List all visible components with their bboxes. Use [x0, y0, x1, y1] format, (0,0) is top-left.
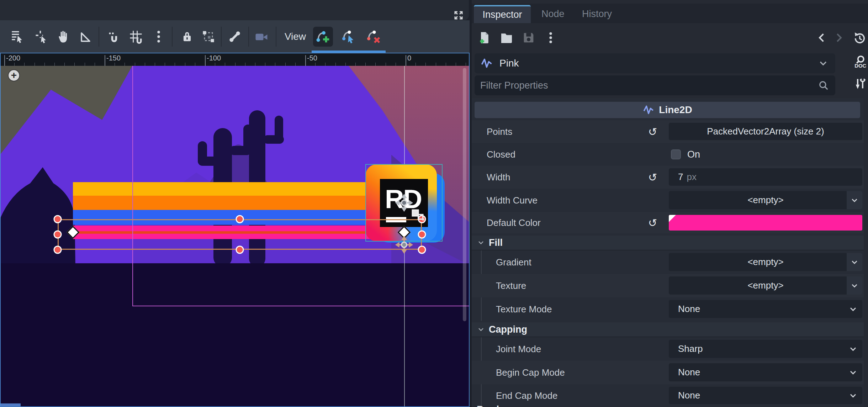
- section-header-border-clipped[interactable]: Border: [477, 404, 583, 407]
- chevron-down-icon: [850, 258, 859, 267]
- property-row-end-cap-mode: End Cap Mode None: [472, 384, 864, 407]
- svg-text:DOC: DOC: [854, 63, 866, 69]
- texture-value: <empty>: [747, 280, 783, 291]
- line2d-yellow[interactable]: [73, 182, 366, 196]
- viewport-vertical-scrollbar[interactable]: [463, 68, 466, 321]
- end-cap-mode-dropdown[interactable]: None: [669, 387, 862, 404]
- skeleton-bone-button[interactable]: [225, 27, 245, 47]
- line2d-class-icon: [642, 104, 655, 116]
- tab-history[interactable]: History: [582, 5, 612, 23]
- grid-snap-button[interactable]: [126, 27, 146, 47]
- manage-tools-icon[interactable]: [852, 76, 868, 92]
- default-color-swatch[interactable]: [669, 215, 862, 231]
- selected-node-name: Pink: [499, 58, 519, 69]
- ruler-minor-tick: [335, 63, 336, 66]
- ruler-minor-tick: [265, 63, 265, 66]
- chevron-down-icon: [848, 344, 858, 354]
- ruler-minor-tick: [135, 63, 135, 66]
- ruler-minor-tick: [195, 63, 195, 66]
- inspector-panel: Inspector Node History: [472, 0, 868, 407]
- open-documentation-icon[interactable]: DOC: [852, 54, 868, 70]
- selection-handle[interactable]: [236, 215, 244, 223]
- points-value-button[interactable]: PackedVector2Array (size 2): [669, 123, 862, 140]
- selection-handle[interactable]: [418, 246, 426, 254]
- camera-override-button[interactable]: [252, 27, 271, 47]
- horizontal-ruler[interactable]: -200-150-100-500: [0, 54, 470, 66]
- snap-options-menu-button[interactable]: [149, 27, 169, 47]
- inspector-extra-menu-button[interactable]: [542, 29, 559, 46]
- joint-mode-dropdown[interactable]: Sharp: [669, 340, 862, 358]
- texture-mode-dropdown[interactable]: None: [669, 300, 862, 318]
- new-resource-button[interactable]: [476, 29, 493, 46]
- selection-handle[interactable]: [54, 246, 62, 254]
- delete-point-tool-button[interactable]: [364, 27, 383, 47]
- move-mode-button[interactable]: [32, 27, 52, 47]
- tab-node[interactable]: Node: [541, 5, 565, 23]
- viewport-toolbar: View: [0, 20, 470, 53]
- line2d-orange[interactable]: [73, 196, 366, 210]
- closed-checkbox[interactable]: [671, 149, 681, 159]
- revert-icon[interactable]: ↺: [648, 217, 657, 229]
- gradient-resource-picker[interactable]: <empty>: [669, 253, 862, 271]
- resource-dropdown-button[interactable]: [847, 253, 862, 271]
- position-gizmo[interactable]: [395, 236, 413, 254]
- filter-properties-input[interactable]: Filter Properties: [475, 75, 835, 95]
- ruler-minor-tick: [325, 63, 326, 66]
- property-label: Texture: [496, 280, 526, 291]
- resource-dropdown-button[interactable]: [847, 276, 862, 295]
- expand-viewport-icon[interactable]: [452, 10, 465, 21]
- viewport-2d[interactable]: RD +: [0, 66, 470, 407]
- ruler-minor-tick: [74, 63, 75, 66]
- width-value: 7: [678, 171, 683, 183]
- section-header-capping[interactable]: Capping: [472, 322, 864, 337]
- begin-cap-mode-dropdown[interactable]: None: [669, 363, 862, 381]
- property-label: Joint Mode: [496, 344, 541, 355]
- group-button[interactable]: [199, 27, 218, 47]
- selection-handle[interactable]: [418, 231, 426, 239]
- revert-icon[interactable]: ↺: [648, 171, 657, 184]
- pan-mode-button[interactable]: [53, 27, 73, 47]
- smart-snap-button[interactable]: [104, 27, 124, 47]
- property-label: Texture Mode: [496, 304, 552, 315]
- ruler-label: -100: [207, 54, 221, 62]
- viewport-horizontal-scrollbar[interactable]: [0, 403, 21, 406]
- select-mode-button[interactable]: [7, 27, 27, 47]
- ruler-minor-tick: [285, 63, 286, 66]
- property-row-width: Width ↺ 7 px: [472, 166, 864, 189]
- gradient-value: <empty>: [747, 257, 783, 268]
- selection-handle[interactable]: [54, 231, 62, 239]
- width-curve-resource-picker[interactable]: <empty>: [669, 191, 862, 209]
- load-resource-button[interactable]: [498, 29, 515, 46]
- property-label: Width Curve: [487, 195, 538, 206]
- revert-icon[interactable]: ↺: [648, 126, 657, 138]
- add-point-tool-button[interactable]: [313, 27, 333, 47]
- tab-inspector[interactable]: Inspector: [474, 5, 531, 23]
- save-resource-button[interactable]: [520, 29, 537, 46]
- node-selector[interactable]: Pink: [475, 53, 835, 73]
- joint-mode-value: Sharp: [678, 343, 703, 354]
- active-tool-underline: [312, 51, 386, 53]
- class-header-line2d[interactable]: Line2D: [475, 102, 860, 118]
- history-back-button[interactable]: [813, 29, 830, 46]
- property-row-closed: Closed On: [472, 143, 864, 166]
- texture-resource-picker[interactable]: <empty>: [669, 276, 862, 295]
- resource-dropdown-button[interactable]: [847, 191, 862, 209]
- ruler-minor-tick: [64, 63, 65, 66]
- selection-handle[interactable]: [54, 215, 62, 223]
- filter-placeholder: Filter Properties: [480, 80, 548, 91]
- width-suffix: px: [687, 171, 696, 183]
- lock-button[interactable]: [177, 27, 197, 47]
- view-menu-button[interactable]: View: [281, 27, 309, 47]
- alpha-indicator-triangle: [669, 215, 676, 222]
- ruler-mode-button[interactable]: [75, 27, 95, 47]
- width-spinbox[interactable]: 7 px: [669, 168, 862, 186]
- ruler-major-tick: [305, 55, 306, 66]
- section-header-fill[interactable]: Fill: [472, 236, 864, 250]
- select-point-tool-button[interactable]: [339, 27, 359, 47]
- history-forward-button[interactable]: [830, 29, 847, 46]
- selection-handle[interactable]: [236, 246, 244, 254]
- edit-history-button[interactable]: [851, 29, 868, 46]
- ruler-minor-tick: [436, 63, 436, 66]
- ruler-minor-tick: [416, 63, 416, 66]
- zoom-in-button[interactable]: +: [8, 69, 20, 81]
